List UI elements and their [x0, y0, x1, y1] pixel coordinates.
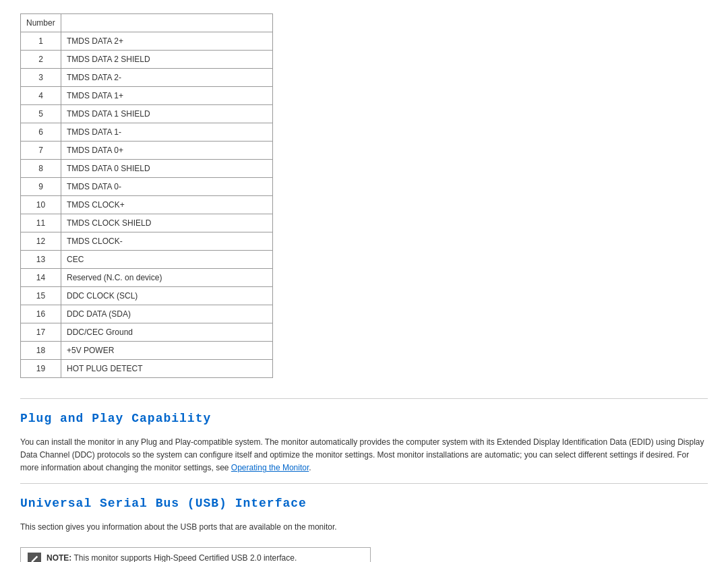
pin-signal: TMDS DATA 0+	[61, 142, 273, 160]
operating-monitor-link[interactable]: Operating the Monitor	[231, 463, 309, 472]
table-row: 3TMDS DATA 2-	[21, 69, 273, 87]
table-row: 13CEC	[21, 251, 273, 269]
pin-signal: TMDS CLOCK-	[61, 232, 273, 251]
pin-signal: DDC/CEC Ground	[61, 323, 273, 342]
table-row: 11TMDS CLOCK SHIELD	[21, 214, 273, 232]
pin-signal: +5V POWER	[61, 342, 273, 360]
pin-table-header: Number	[21, 14, 61, 32]
usb-intro-text: This section gives you information about…	[20, 521, 708, 534]
pin-signal: TMDS CLOCK SHIELD	[61, 214, 273, 232]
note-body: This monitor supports High-Speed Certifi…	[71, 553, 297, 562]
table-row: 10TMDS CLOCK+	[21, 196, 273, 214]
pin-number: 18	[21, 342, 61, 360]
pin-number: 5	[21, 105, 61, 123]
table-row: 19HOT PLUG DETECT	[21, 360, 273, 378]
table-row: 5TMDS DATA 1 SHIELD	[21, 105, 273, 123]
table-row: 16DDC DATA (SDA)	[21, 305, 273, 323]
pin-number: 10	[21, 196, 61, 214]
pin-signal: TMDS CLOCK+	[61, 196, 273, 214]
usb-interface-title: Universal Serial Bus (USB) Interface	[20, 495, 708, 513]
pin-number: 15	[21, 287, 61, 305]
pin-signal: TMDS DATA 0-	[61, 178, 273, 196]
pin-number: 14	[21, 269, 61, 287]
pin-signal: TMDS DATA 1 SHIELD	[61, 105, 273, 123]
table-row: 17DDC/CEC Ground	[21, 323, 273, 342]
table-row: 18+5V POWER	[21, 342, 273, 360]
pin-signal: TMDS DATA 0 SHIELD	[61, 160, 273, 178]
table-row: 9TMDS DATA 0-	[21, 178, 273, 196]
table-row: 1TMDS DATA 2+	[21, 32, 273, 51]
note-text: NOTE: This monitor supports High-Speed C…	[47, 552, 297, 562]
pin-number: 12	[21, 232, 61, 251]
divider-1	[20, 398, 708, 399]
table-row: 15DDC CLOCK (SCL)	[21, 287, 273, 305]
table-row: 4TMDS DATA 1+	[21, 87, 273, 105]
pin-signal: HOT PLUG DETECT	[61, 360, 273, 378]
pin-number: 17	[21, 323, 61, 342]
pin-number: 4	[21, 87, 61, 105]
table-row: 7TMDS DATA 0+	[21, 142, 273, 160]
pin-signal: DDC DATA (SDA)	[61, 305, 273, 323]
pin-number: 7	[21, 142, 61, 160]
pin-number: 6	[21, 123, 61, 142]
pin-table-signal-header	[61, 14, 273, 32]
table-row: 6TMDS DATA 1-	[21, 123, 273, 142]
pin-number: 1	[21, 32, 61, 51]
note-label: NOTE:	[47, 553, 71, 562]
pin-signal: TMDS DATA 2-	[61, 69, 273, 87]
plug-and-play-body-text: You can install the monitor in any Plug …	[20, 437, 704, 472]
pin-signal: TMDS DATA 1-	[61, 123, 273, 142]
table-row: 8TMDS DATA 0 SHIELD	[21, 160, 273, 178]
pin-signal: TMDS DATA 1+	[61, 87, 273, 105]
plug-and-play-title: Plug and Play Capability	[20, 410, 708, 428]
pin-number: 13	[21, 251, 61, 269]
pencil-icon	[30, 555, 39, 562]
divider-2	[20, 483, 708, 484]
pin-number: 11	[21, 214, 61, 232]
pin-number: 3	[21, 69, 61, 87]
note-icon	[28, 553, 41, 562]
note-box: NOTE: This monitor supports High-Speed C…	[20, 547, 371, 562]
pin-signal: Reserved (N.C. on device)	[61, 269, 273, 287]
pin-signal: TMDS DATA 2 SHIELD	[61, 51, 273, 69]
pin-number: 8	[21, 160, 61, 178]
pin-signal: TMDS DATA 2+	[61, 32, 273, 51]
table-row: 12TMDS CLOCK-	[21, 232, 273, 251]
pin-number: 16	[21, 305, 61, 323]
plug-and-play-text: You can install the monitor in any Plug …	[20, 436, 708, 475]
table-row: 2TMDS DATA 2 SHIELD	[21, 51, 273, 69]
pin-signal: CEC	[61, 251, 273, 269]
table-row: 14Reserved (N.C. on device)	[21, 269, 273, 287]
pin-number: 2	[21, 51, 61, 69]
pin-signal: DDC CLOCK (SCL)	[61, 287, 273, 305]
pin-number: 9	[21, 178, 61, 196]
pin-table: Number 1TMDS DATA 2+2TMDS DATA 2 SHIELD3…	[20, 13, 273, 378]
pin-number: 19	[21, 360, 61, 378]
